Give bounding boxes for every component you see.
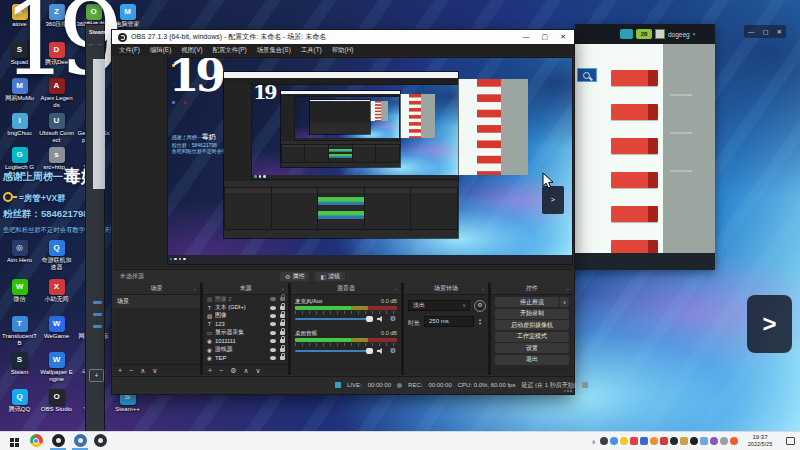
duration-input[interactable]: 250 ms xyxy=(424,316,474,327)
control-button[interactable]: 开始录制 xyxy=(495,309,569,319)
taskbar-app-steam[interactable] xyxy=(90,434,110,450)
tray-icon-2[interactable] xyxy=(610,437,618,445)
control-button[interactable]: 停止推流∨ xyxy=(495,297,569,307)
taskbar-app-obs[interactable] xyxy=(48,434,68,450)
notification-center-icon[interactable] xyxy=(786,437,795,445)
transitions-dock-title[interactable]: 场景转场 xyxy=(404,283,488,295)
menu-item[interactable]: 工具(T) xyxy=(301,46,322,55)
resize-grip[interactable] xyxy=(564,384,572,392)
taskbar-clock[interactable]: 19:37 2022/5/25 xyxy=(738,434,782,448)
volume-slider[interactable] xyxy=(295,318,373,320)
steam-menu-label[interactable]: Steam xyxy=(89,29,106,35)
steam-link[interactable] xyxy=(93,325,102,328)
lock-icon[interactable] xyxy=(280,339,285,343)
source-row[interactable]: ◉游戏源 xyxy=(203,345,288,353)
control-button[interactable]: 退出 xyxy=(495,355,569,365)
steam-username[interactable]: dogeeg xyxy=(668,31,690,38)
lock-icon[interactable] xyxy=(280,322,285,326)
lock-icon[interactable] xyxy=(280,297,285,301)
friends-count-badge[interactable]: 28 xyxy=(636,29,652,39)
gear-icon[interactable]: ⚙ xyxy=(390,315,396,323)
duration-stepper[interactable]: ▲▼ xyxy=(476,316,484,327)
lock-icon[interactable] xyxy=(280,314,285,318)
dock-toolbar-button[interactable]: ∨ xyxy=(256,367,261,374)
eye-icon[interactable] xyxy=(270,331,276,335)
control-button[interactable]: 启动虚拟摄像机 xyxy=(495,320,569,330)
properties-button[interactable]: 属性 xyxy=(280,272,309,281)
control-button[interactable]: 设置 xyxy=(495,343,569,353)
scene-row[interactable]: 场景 xyxy=(113,295,200,308)
desktop-icon[interactable]: M电脑管家 xyxy=(110,4,145,28)
minimize-button[interactable]: — xyxy=(523,33,530,41)
tray-icon-6[interactable] xyxy=(650,437,658,445)
close-button[interactable]: ✕ xyxy=(560,33,566,41)
maximize-button[interactable]: ▢ xyxy=(542,33,549,41)
tray-icon-10[interactable] xyxy=(690,437,698,445)
desktop-icon[interactable]: OOBS Studio xyxy=(39,389,74,413)
source-row[interactable]: ▨图像 2 xyxy=(203,295,288,303)
desktop-icon[interactable]: WWallpaper Engine xyxy=(39,352,74,383)
volume-slider[interactable] xyxy=(295,350,373,352)
lock-icon[interactable] xyxy=(280,356,285,360)
controls-dock-title[interactable]: 控件 xyxy=(491,283,573,295)
search-icon[interactable] xyxy=(577,68,597,82)
control-button[interactable]: 工作室模式 xyxy=(495,332,569,342)
obs-titlebar[interactable]: OBS 27.1.3 (64-bit, windows) - 配置文件: 未命名… xyxy=(112,30,574,44)
lock-icon[interactable] xyxy=(280,306,285,310)
sources-dock-title[interactable]: 来源 xyxy=(203,283,288,295)
desktop-icon[interactable]: X小助无间 xyxy=(39,279,74,303)
lock-icon[interactable] xyxy=(280,331,285,335)
steam-window-left-edge[interactable]: Steam ←→ + xyxy=(85,24,105,432)
tray-icon-7[interactable] xyxy=(660,437,668,445)
menu-item[interactable]: 配置文件(P) xyxy=(213,46,247,55)
filters-button[interactable]: 滤镜 xyxy=(315,272,345,281)
desktop-icon[interactable]: Q奇游联机加速器 xyxy=(39,240,74,271)
desktop-icon[interactable]: WWeGame xyxy=(39,316,74,340)
transition-gear-icon[interactable]: ⚙ xyxy=(474,300,486,312)
menu-item[interactable]: 视图(V) xyxy=(181,46,202,55)
dock-toolbar-button[interactable]: + xyxy=(208,367,212,374)
transition-select[interactable]: 淡出 xyxy=(408,300,470,311)
source-row[interactable]: ▭显示器采集 xyxy=(203,329,288,337)
eye-icon[interactable] xyxy=(270,356,276,360)
start-button[interactable] xyxy=(10,438,14,442)
tray-icon-8[interactable] xyxy=(670,437,678,445)
tray-icon-12[interactable] xyxy=(710,437,718,445)
dock-toolbar-button[interactable]: − xyxy=(219,367,223,374)
desktop-icon[interactable]: ◎Aim Hero xyxy=(2,240,37,264)
forward-icon[interactable]: → xyxy=(97,40,106,47)
eye-icon[interactable] xyxy=(270,306,276,310)
volume-slider-handle[interactable] xyxy=(366,316,373,322)
minimize-button[interactable]: — xyxy=(748,29,754,35)
tray-caret-icon[interactable]: ∧ xyxy=(592,438,596,445)
tray-icon-4[interactable] xyxy=(630,437,638,445)
avatar[interactable] xyxy=(655,29,665,39)
menu-item[interactable]: 帮助(H) xyxy=(332,46,354,55)
chevron-down-icon[interactable]: ∨ xyxy=(559,297,569,307)
mixer-dock-title[interactable]: 混音器 xyxy=(291,283,401,295)
gear-icon[interactable]: ⚙ xyxy=(390,347,396,355)
eye-icon[interactable] xyxy=(270,322,276,326)
speaker-icon[interactable] xyxy=(377,348,384,354)
source-row[interactable]: ◉TEP xyxy=(203,354,288,362)
tray-icon-1[interactable] xyxy=(600,437,608,445)
tray-icon-13[interactable] xyxy=(720,437,728,445)
tray-icon-3[interactable] xyxy=(620,437,628,445)
tray-icon-5[interactable] xyxy=(640,437,648,445)
dock-toolbar-button[interactable]: − xyxy=(129,367,133,374)
eye-icon[interactable] xyxy=(270,297,276,301)
desktop-icon[interactable]: TTranslucentTB xyxy=(2,316,37,347)
taskbar-app-chrome[interactable] xyxy=(26,434,46,450)
dock-toolbar-button[interactable]: ⚙ xyxy=(230,367,236,374)
volume-slider-handle[interactable] xyxy=(366,348,373,354)
desktop-icon[interactable]: UUbisoft Connect xyxy=(39,113,74,144)
eye-icon[interactable] xyxy=(270,314,276,318)
broadcast-icon[interactable] xyxy=(620,29,633,39)
tray-icon-11[interactable] xyxy=(700,437,708,445)
source-row[interactable]: ▨图像 xyxy=(203,312,288,320)
desktop-icon[interactable]: W微信 xyxy=(2,279,37,303)
tray-icon-9[interactable] xyxy=(680,437,688,445)
steam-window[interactable]: 28 dogeeg ▾ xyxy=(575,24,715,270)
back-icon[interactable]: ← xyxy=(88,40,97,47)
menu-item[interactable]: 编辑(E) xyxy=(150,46,171,55)
